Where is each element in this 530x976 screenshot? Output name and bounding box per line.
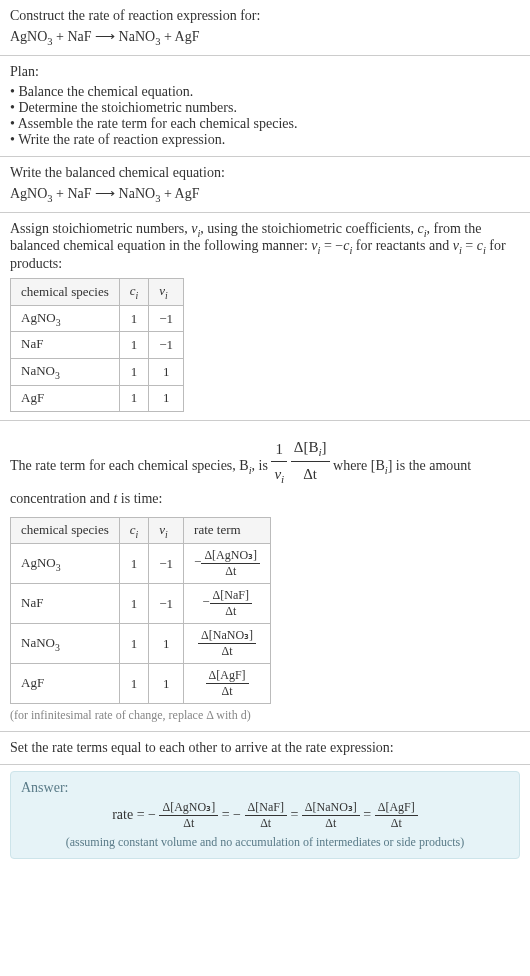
plan-list: Balance the chemical equation. Determine… — [10, 84, 520, 148]
denominator: Δt — [159, 816, 218, 831]
table-row: NaF1−1 — [11, 332, 184, 359]
eq-text: + NaF — [53, 186, 96, 201]
cell-ci: 1 — [119, 584, 149, 624]
cell-ci: 1 — [119, 358, 149, 385]
col-rateterm: rate term — [184, 517, 271, 544]
col-species: chemical species — [11, 517, 120, 544]
fraction: Δ[NaF]Δt — [245, 800, 287, 831]
fraction: Δ[Bi]Δt — [291, 435, 330, 486]
text: , is — [252, 458, 272, 473]
plan-item: Write the rate of reaction expression. — [10, 132, 520, 148]
balanced-section: Write the balanced chemical equation: Ag… — [0, 157, 530, 213]
cell-species: AgF — [11, 385, 120, 412]
prompt-section: Construct the rate of reaction expressio… — [0, 0, 530, 56]
rate-text: rate = − — [112, 807, 156, 822]
cell-nui: −1 — [149, 332, 184, 359]
cell-ci: 1 — [119, 332, 149, 359]
cell-ci: 1 — [119, 624, 149, 664]
text: NaNO — [21, 363, 55, 378]
cell-ci: 1 — [119, 544, 149, 584]
denominator: νi — [271, 462, 287, 488]
cell-rateterm: Δ[AgF]Δt — [184, 664, 271, 704]
text: AgF — [21, 390, 44, 405]
denominator: Δt — [198, 644, 256, 659]
cell-species: NaNO3 — [11, 624, 120, 664]
fraction: Δ[NaF]Δt — [210, 588, 252, 619]
sub-i: i — [136, 290, 139, 301]
cell-nui: −1 — [149, 305, 184, 332]
cell-nui: 1 — [149, 624, 184, 664]
text: Δt — [303, 466, 317, 482]
text: , using the stoichiometric coefficients, — [200, 221, 417, 236]
numerator: Δ[NaF] — [245, 800, 287, 816]
text: AgNO — [21, 310, 56, 325]
table-row: NaNO311Δ[NaNO₃]Δt — [11, 624, 271, 664]
numerator: Δ[AgF] — [206, 668, 249, 684]
prompt-equation: AgNO3 + NaF ⟶ NaNO3 + AgF — [10, 28, 520, 47]
stoich-section: Assign stoichiometric numbers, νi, using… — [0, 213, 530, 422]
eq-text: + AgF — [160, 186, 199, 201]
text: ] — [322, 439, 327, 455]
cell-species: AgF — [11, 664, 120, 704]
balanced-equation: AgNO3 + NaF ⟶ NaNO3 + AgF — [10, 185, 520, 204]
text: AgNO — [21, 555, 56, 570]
text: The rate term for each chemical species,… — [10, 458, 249, 473]
col-species: chemical species — [11, 279, 120, 306]
text: NaNO — [21, 635, 55, 650]
fraction: Δ[NaNO₃]Δt — [198, 628, 256, 659]
cell-nui: 1 — [149, 664, 184, 704]
table-row: NaF1−1−Δ[NaF]Δt — [11, 584, 271, 624]
denominator: Δt — [210, 604, 252, 619]
sub: 3 — [55, 370, 60, 381]
neg-sign: − — [194, 555, 201, 570]
cell-rateterm: Δ[NaNO₃]Δt — [184, 624, 271, 664]
answer-label: Answer: — [21, 780, 509, 796]
eq-text: + AgF — [160, 29, 199, 44]
table-header-row: chemical species ci νi — [11, 279, 184, 306]
plan-title: Plan: — [10, 64, 520, 80]
fraction: Δ[AgF]Δt — [206, 668, 249, 699]
text: = — [462, 238, 477, 253]
plan-item: Assemble the rate term for each chemical… — [10, 116, 520, 132]
denominator: Δt — [302, 816, 360, 831]
table-row: AgF11Δ[AgF]Δt — [11, 664, 271, 704]
set-equal-section: Set the rate terms equal to each other t… — [0, 732, 530, 765]
cell-nui: −1 — [149, 584, 184, 624]
sub-i: i — [165, 290, 168, 301]
sub: 3 — [56, 316, 61, 327]
stoich-table: chemical species ci νi AgNO31−1 NaF1−1 N… — [10, 278, 184, 412]
text: AgF — [21, 675, 44, 690]
cell-species: NaF — [11, 584, 120, 624]
answer-note: (assuming constant volume and no accumul… — [21, 835, 509, 850]
sub: 3 — [55, 641, 60, 652]
fraction: Δ[AgNO₃]Δt — [201, 548, 260, 579]
col-ci: ci — [119, 279, 149, 306]
set-equal-title: Set the rate terms equal to each other t… — [10, 740, 520, 756]
cell-species: AgNO3 — [11, 305, 120, 332]
table-row: AgNO31−1 — [11, 305, 184, 332]
numerator: 1 — [271, 437, 287, 462]
denominator: Δt — [291, 462, 330, 486]
cell-nui: 1 — [149, 385, 184, 412]
cell-nui: −1 — [149, 544, 184, 584]
text: Δ[B — [294, 439, 319, 455]
eq-text: NaNO — [115, 186, 155, 201]
cell-ci: 1 — [119, 664, 149, 704]
sub-i: i — [165, 528, 168, 539]
text: for reactants and — [352, 238, 452, 253]
numerator: Δ[Bi] — [291, 435, 330, 462]
text: = − — [320, 238, 343, 253]
sub-i: i — [136, 528, 139, 539]
cell-species: NaNO3 — [11, 358, 120, 385]
infinitesimal-note: (for infinitesimal rate of change, repla… — [10, 708, 520, 723]
table-header-row: chemical species ci νi rate term — [11, 517, 271, 544]
text: NaF — [21, 336, 43, 351]
numerator: Δ[AgF] — [375, 800, 418, 816]
answer-box: Answer: rate = − Δ[AgNO₃]Δt = − Δ[NaF]Δt… — [10, 771, 520, 859]
cell-species: NaF — [11, 332, 120, 359]
equals: = — [363, 807, 374, 822]
rateterm-section: The rate term for each chemical species,… — [0, 421, 530, 732]
equals: = − — [222, 807, 241, 822]
sub-i: i — [281, 473, 284, 485]
denominator: Δt — [245, 816, 287, 831]
